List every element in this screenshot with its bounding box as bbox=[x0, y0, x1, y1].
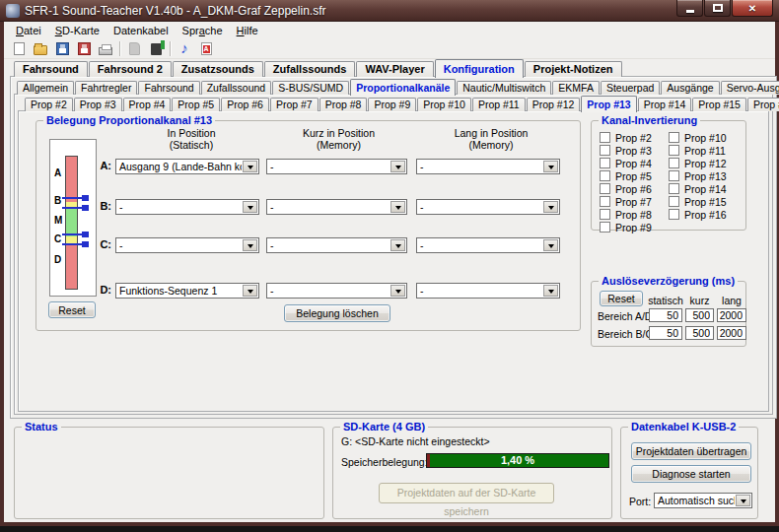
tab-ausg-nge[interactable]: Ausgänge bbox=[661, 81, 719, 95]
checkbox-prop-9[interactable]: Prop #9 bbox=[600, 221, 652, 233]
checkbox-prop-16[interactable]: Prop #16 bbox=[669, 208, 727, 221]
open-file-button[interactable] bbox=[30, 38, 51, 58]
combo-arrow[interactable] bbox=[390, 285, 405, 297]
tab-zufallssound[interactable]: Zufallssound bbox=[201, 81, 272, 95]
combo-arrow[interactable] bbox=[243, 285, 257, 297]
checkbox-prop-10[interactable]: Prop #10 bbox=[669, 131, 727, 144]
tab-prop-3[interactable]: Prop #3 bbox=[74, 98, 122, 111]
tab-allgemein[interactable]: Allgemein bbox=[17, 81, 74, 95]
tab-fahrtregler[interactable]: Fahrtregler bbox=[75, 81, 137, 95]
tab-prop-14[interactable]: Prop #14 bbox=[638, 98, 692, 111]
tab-prop-6[interactable]: Prop #6 bbox=[221, 98, 269, 111]
tab-prop-8[interactable]: Prop #8 bbox=[319, 98, 368, 111]
combo-arrow[interactable] bbox=[390, 201, 405, 213]
assignment-select-b-col1[interactable]: - bbox=[115, 199, 259, 215]
usb-transfer-button[interactable] bbox=[145, 38, 167, 58]
tab-prop-2[interactable]: Prop #2 bbox=[25, 98, 73, 111]
tab-prop-16[interactable]: Prop #16 bbox=[747, 98, 779, 111]
delay-bc-kurz-field[interactable] bbox=[685, 326, 714, 340]
save-project-button[interactable] bbox=[51, 38, 73, 58]
pdf-export-button[interactable] bbox=[195, 38, 217, 58]
tab-fahrsound[interactable]: Fahrsound bbox=[14, 61, 88, 77]
checkbox-prop-14[interactable]: Prop #14 bbox=[669, 182, 727, 195]
delay-bc-statisch-field[interactable] bbox=[649, 326, 682, 340]
checkbox-prop-15[interactable]: Prop #15 bbox=[669, 195, 727, 208]
print-button[interactable] bbox=[95, 38, 116, 58]
save-project-as-button[interactable] bbox=[73, 38, 95, 58]
combo-arrow[interactable] bbox=[243, 161, 257, 172]
checkbox-prop-4[interactable]: Prop #4 bbox=[600, 157, 652, 169]
delay-bc-lang-field[interactable] bbox=[717, 326, 746, 340]
menu-sd-karte[interactable]: SD-Karte bbox=[48, 24, 106, 37]
assignment-select-c-col2[interactable]: - bbox=[266, 237, 407, 253]
tab-steuerpad[interactable]: Steuerpad bbox=[601, 81, 660, 95]
tab-prop-15[interactable]: Prop #15 bbox=[692, 98, 746, 111]
menu-sprache[interactable]: Sprache bbox=[176, 24, 230, 37]
tab-prop-12[interactable]: Prop #12 bbox=[527, 98, 581, 111]
delay-ad-kurz-field[interactable] bbox=[685, 308, 714, 322]
tab-prop-11[interactable]: Prop #11 bbox=[472, 98, 526, 111]
combo-arrow[interactable] bbox=[543, 161, 558, 172]
tab-fahrsound[interactable]: Fahrsound bbox=[138, 81, 199, 95]
checkbox-prop-3[interactable]: Prop #3 bbox=[600, 144, 652, 157]
combo-arrow[interactable] bbox=[543, 239, 558, 251]
tab-prop-7[interactable]: Prop #7 bbox=[270, 98, 319, 111]
assignment-select-d-col2[interactable]: - bbox=[266, 283, 407, 299]
new-file-button[interactable] bbox=[8, 38, 30, 58]
checkbox-prop-5[interactable]: Prop #5 bbox=[600, 169, 652, 182]
assignment-select-d-col3[interactable]: - bbox=[416, 283, 560, 299]
maximize-button[interactable] bbox=[704, 0, 731, 17]
checkbox-prop-11[interactable]: Prop #11 bbox=[669, 144, 727, 157]
tab-prop-9[interactable]: Prop #9 bbox=[368, 98, 416, 111]
assignment-select-a-col3[interactable]: - bbox=[416, 159, 560, 174]
wav-player-button[interactable]: ♪ bbox=[174, 38, 195, 58]
tab-projekt-notizen[interactable]: Projekt-Notizen bbox=[525, 61, 622, 77]
tab-prop-5[interactable]: Prop #5 bbox=[172, 98, 220, 111]
channel-reset-button[interactable]: Reset bbox=[48, 301, 96, 318]
transfer-project-button[interactable]: Projektdaten übertragen bbox=[631, 442, 751, 460]
combo-arrow[interactable] bbox=[390, 239, 405, 251]
tab-nautic-multiswitch[interactable]: Nautic/Multiswitch bbox=[457, 81, 551, 95]
assignment-select-a-col1[interactable]: Ausgang 9 (Lande-Bahn komplett) bbox=[115, 159, 259, 174]
assignment-select-a-col2[interactable]: - bbox=[266, 159, 407, 174]
tab-ekmfa[interactable]: EKMFA bbox=[552, 81, 600, 95]
combo-arrow[interactable] bbox=[243, 239, 257, 251]
checkbox-prop-13[interactable]: Prop #13 bbox=[669, 169, 727, 182]
delay-ad-statisch-field[interactable] bbox=[649, 308, 682, 322]
checkbox-prop-8[interactable]: Prop #8 bbox=[600, 208, 652, 221]
tab-prop-13[interactable]: Prop #13 bbox=[581, 96, 636, 112]
port-select[interactable]: Automatisch suchen bbox=[654, 493, 752, 508]
tab-servo-ausg-nge[interactable]: Servo-Ausgänge bbox=[721, 81, 779, 95]
tab-fahrsound-2[interactable]: Fahrsound 2 bbox=[89, 61, 172, 77]
tab-prop-10[interactable]: Prop #10 bbox=[417, 98, 471, 111]
checkbox-prop-6[interactable]: Prop #6 bbox=[600, 182, 652, 195]
tab-konfiguration[interactable]: Konfiguration bbox=[435, 59, 524, 78]
menu-datenkabel[interactable]: Datenkabel bbox=[106, 24, 176, 37]
tab-proportionalkan-le[interactable]: Proportionalkanäle bbox=[350, 79, 456, 96]
combo-arrow[interactable] bbox=[543, 201, 558, 213]
close-button[interactable]: ✕ bbox=[732, 0, 773, 17]
checkbox-prop-7[interactable]: Prop #7 bbox=[600, 195, 652, 208]
port-combo-arrow[interactable] bbox=[736, 495, 750, 506]
combo-arrow[interactable] bbox=[543, 285, 558, 297]
combo-arrow[interactable] bbox=[243, 201, 257, 213]
menu-hilfe[interactable]: Hilfe bbox=[230, 24, 265, 37]
assignment-select-d-col1[interactable]: Funktions-Sequenz 1 bbox=[115, 283, 259, 299]
delay-ad-lang-field[interactable] bbox=[717, 308, 746, 322]
checkbox-prop-2[interactable]: Prop #2 bbox=[600, 131, 652, 144]
trim-marker-line[interactable] bbox=[62, 233, 82, 235]
assignment-select-c-col3[interactable]: - bbox=[416, 237, 560, 253]
delay-reset-button[interactable]: Reset bbox=[600, 291, 643, 306]
minimize-button[interactable] bbox=[676, 0, 703, 17]
tab-s-bus-sumd[interactable]: S-BUS/SUMD bbox=[272, 81, 349, 95]
assignment-select-b-col3[interactable]: - bbox=[416, 199, 560, 215]
start-diagnose-button[interactable]: Diagnose starten bbox=[631, 465, 751, 483]
combo-arrow[interactable] bbox=[390, 161, 405, 172]
menu-datei[interactable]: Datei bbox=[9, 24, 48, 37]
tab-prop-4[interactable]: Prop #4 bbox=[123, 98, 172, 111]
clear-assignment-button[interactable]: Belegung löschen bbox=[284, 304, 390, 322]
checkbox-prop-12[interactable]: Prop #12 bbox=[669, 157, 727, 169]
tab-zusatzsounds[interactable]: Zusatzsounds bbox=[173, 61, 263, 77]
tab-zufallssounds[interactable]: Zufallssounds bbox=[264, 61, 356, 77]
tab-wav-player[interactable]: WAV-Player bbox=[356, 61, 433, 77]
